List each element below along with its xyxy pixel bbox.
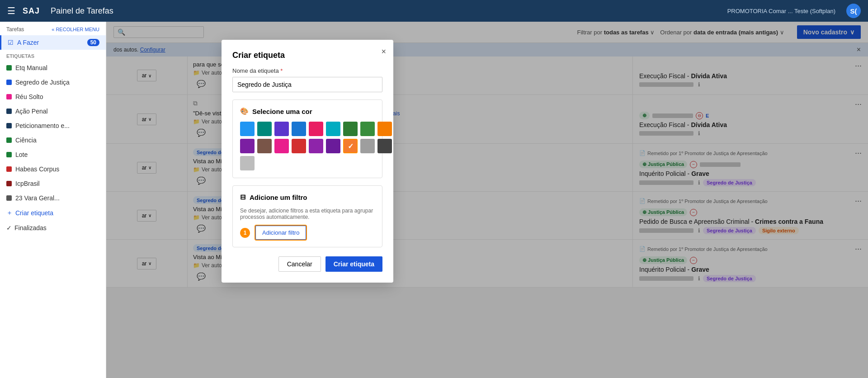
- filter-title-text: Adicione um filtro: [250, 194, 307, 201]
- criar-etiqueta-button[interactable]: Criar etiqueta: [326, 256, 382, 272]
- filter-section-title: ⊟ Adicione um filtro: [240, 193, 375, 201]
- etq-manual-color-dot: [6, 65, 12, 71]
- reu-solto-color-dot: [6, 94, 12, 99]
- hamburger-menu-icon[interactable]: ☰: [7, 5, 15, 16]
- color-swatch-purple2[interactable]: [309, 139, 323, 153]
- recolher-menu-button[interactable]: « RECOLHER MENU: [52, 27, 99, 32]
- color-swatch-gray[interactable]: [360, 139, 375, 153]
- sidebar-item-reu-solto[interactable]: Réu Solto: [0, 90, 106, 104]
- sidebar-item-label: Ciência: [15, 137, 37, 144]
- sidebar-item-vara-geral[interactable]: 23 Vara Geral...: [0, 191, 106, 205]
- color-swatch-pink[interactable]: [309, 122, 323, 136]
- add-filter-row: 1 Adicionar filtro: [240, 226, 375, 240]
- sidebar-item-label: A Fazer: [17, 39, 39, 46]
- color-swatch-blue[interactable]: [240, 122, 255, 136]
- task-icon: ☑: [8, 39, 14, 46]
- sidebar: Tarefas « RECOLHER MENU ☑ A Fazer 50 Eti…: [0, 22, 106, 378]
- finalizadas-label: Finalizadas: [14, 224, 47, 232]
- modal-name-label: Nome da etiqueta *: [232, 67, 382, 74]
- color-swatch-darkgreen[interactable]: [343, 122, 358, 136]
- sidebar-item-label: Lote: [15, 151, 28, 158]
- check-icon: ✓: [6, 224, 12, 232]
- color-palette: ✓: [240, 122, 375, 170]
- criar-etiqueta-label: Criar etiqueta: [15, 209, 53, 217]
- peticionamento-color-dot: [6, 123, 12, 128]
- color-swatch-darkpurple[interactable]: [326, 139, 340, 153]
- color-section-title: 🎨 Selecione uma cor: [240, 107, 375, 115]
- icpbrasil-color-dot: [6, 181, 12, 186]
- color-swatch-orange[interactable]: [377, 122, 392, 136]
- criar-etiqueta-modal: × Criar etiqueta Nome da etiqueta * 🎨 Se…: [222, 40, 393, 283]
- filter-section: ⊟ Adicione um filtro Se desejar, adicion…: [232, 185, 382, 247]
- color-swatch-violet[interactable]: [240, 139, 255, 153]
- cancel-button[interactable]: Cancelar: [278, 256, 321, 272]
- color-swatch-selected-orange[interactable]: ✓: [343, 139, 358, 153]
- check-icon: ✓: [348, 142, 354, 151]
- plus-icon: ＋: [6, 209, 13, 217]
- sidebar-item-label: IcpBrasil: [15, 180, 40, 187]
- color-swatch-red[interactable]: [292, 139, 306, 153]
- criar-etiqueta-link[interactable]: ＋ Criar etiqueta: [0, 205, 106, 221]
- sidebar-item-lote[interactable]: Lote: [0, 147, 106, 162]
- sidebar-item-label: Réu Solto: [15, 93, 43, 100]
- sidebar-item-label: Peticionamento e...: [15, 122, 70, 129]
- sidebar-item-label: Etq Manual: [15, 64, 47, 71]
- sidebar-item-icpbrasil[interactable]: IcpBrasil: [0, 176, 106, 191]
- color-swatch-brown[interactable]: [257, 139, 272, 153]
- color-swatch-blue2[interactable]: [292, 122, 306, 136]
- user-info: PROMOTORIA Comar ... Teste (Softplan): [727, 8, 835, 14]
- sidebar-tasks-label: Tarefas: [6, 26, 24, 33]
- color-section: 🎨 Selecione uma cor: [232, 99, 382, 178]
- modal-footer: Cancelar Criar etiqueta: [232, 256, 382, 272]
- sidebar-item-label: Habeas Corpus: [15, 165, 59, 173]
- filter-description: Se desejar, adicione filtros a esta etiq…: [240, 208, 375, 220]
- color-swatch-teal[interactable]: [257, 122, 272, 136]
- a-fazer-badge: 50: [87, 39, 99, 46]
- ciencia-color-dot: [6, 137, 12, 143]
- sidebar-item-peticionamento[interactable]: Peticionamento e...: [0, 118, 106, 133]
- color-title-text: Selecione uma cor: [252, 108, 312, 115]
- sidebar-item-label: 23 Vara Geral...: [15, 194, 60, 202]
- sidebar-item-label: Segredo de Justiça: [15, 79, 70, 86]
- app-logo: SAJ: [23, 6, 40, 16]
- finalizadas-link[interactable]: ✓ Finalizadas: [0, 221, 106, 235]
- color-swatch-lightgray[interactable]: [240, 156, 255, 170]
- sidebar-item-etq-manual[interactable]: Etq Manual: [0, 61, 106, 75]
- adicionar-filtro-button[interactable]: Adicionar filtro: [255, 226, 306, 240]
- etiqueta-name-input[interactable]: [232, 77, 382, 92]
- acao-penal-color-dot: [6, 109, 12, 114]
- required-indicator: *: [280, 67, 283, 74]
- page-title: Painel de Tarefas: [51, 6, 720, 16]
- top-navigation: ☰ SAJ Painel de Tarefas PROMOTORIA Comar…: [0, 0, 868, 22]
- sidebar-item-habeas-corpus[interactable]: Habeas Corpus: [0, 162, 106, 176]
- vara-geral-color-dot: [6, 195, 12, 201]
- lote-color-dot: [6, 152, 12, 157]
- main-layout: Tarefas « RECOLHER MENU ☑ A Fazer 50 Eti…: [0, 22, 868, 378]
- avatar[interactable]: S(: [846, 4, 861, 18]
- sidebar-item-label: Ação Penal: [15, 108, 48, 115]
- sidebar-tasks-header: Tarefas « RECOLHER MENU: [0, 22, 106, 35]
- name-label-text: Nome da etiqueta: [232, 67, 279, 74]
- palette-icon: 🎨: [240, 107, 249, 115]
- habeas-corpus-color-dot: [6, 166, 12, 172]
- sidebar-item-a-fazer[interactable]: ☑ A Fazer 50: [0, 35, 106, 50]
- color-swatch-cyan[interactable]: [326, 122, 340, 136]
- sidebar-item-ciencia[interactable]: Ciência: [0, 133, 106, 147]
- content-area: 🔍 Filtrar por todas as tarefas ∨ Ordenar…: [106, 22, 868, 378]
- modal-close-button[interactable]: ×: [381, 47, 386, 57]
- step-badge: 1: [240, 228, 250, 238]
- filter-icon: ⊟: [240, 193, 246, 201]
- modal-overlay: × Criar etiqueta Nome da etiqueta * 🎨 Se…: [106, 22, 868, 378]
- sidebar-item-acao-penal[interactable]: Ação Penal: [0, 104, 106, 118]
- color-swatch-purple[interactable]: [274, 122, 289, 136]
- etiquetas-section-label: Etiquetas: [0, 50, 106, 61]
- color-swatch-hotpink[interactable]: [274, 139, 289, 153]
- sidebar-item-segredo-de-justica[interactable]: Segredo de Justiça: [0, 75, 106, 90]
- modal-title: Criar etiqueta: [232, 51, 382, 60]
- color-swatch-green[interactable]: [360, 122, 375, 136]
- color-swatch-darkgray[interactable]: [377, 139, 392, 153]
- segredo-color-dot: [6, 80, 12, 85]
